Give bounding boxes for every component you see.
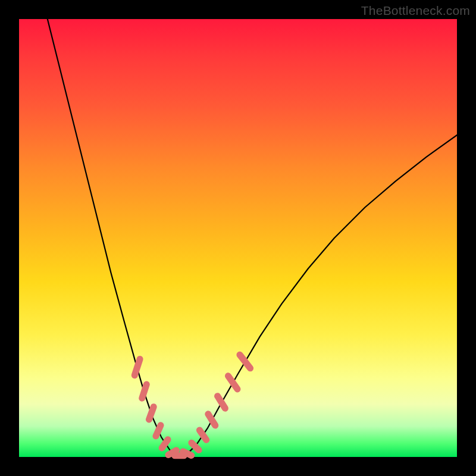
curve-marker — [224, 371, 242, 393]
chart-frame: TheBottleneck.com — [0, 0, 476, 476]
curve-marker — [203, 409, 220, 430]
watermark-label: TheBottleneck.com — [361, 4, 470, 18]
curve-markers — [130, 350, 255, 460]
chart-svg — [19, 19, 457, 457]
curve-marker — [195, 425, 211, 444]
curve-marker — [152, 421, 165, 440]
curve-marker — [138, 380, 151, 402]
chart-plot-area — [19, 19, 457, 457]
bottleneck-curve — [48, 19, 457, 456]
curve-marker — [235, 350, 255, 373]
curve-marker — [145, 403, 158, 424]
curve-marker — [213, 392, 230, 413]
curve-marker — [130, 355, 144, 380]
curve-path — [48, 19, 457, 456]
